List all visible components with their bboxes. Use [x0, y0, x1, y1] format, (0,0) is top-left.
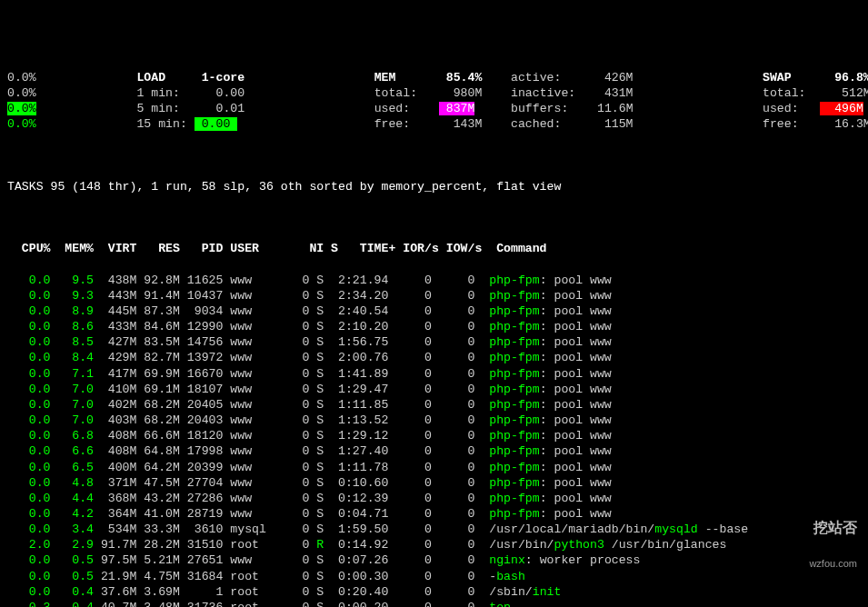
process-row: 0.0 6.5 400M 64.2M 20399 www 0 S 1:11.78…	[7, 460, 861, 475]
process-row: 0.0 0.5 21.9M 4.75M 31684 root 0 S 0:00.…	[7, 569, 861, 584]
process-row: 0.0 8.9 445M 87.3M 9034 www 0 S 2:40.54 …	[7, 304, 861, 319]
process-row: 0.0 6.6 408M 64.8M 17998 www 0 S 1:27.40…	[7, 443, 861, 459]
process-row: 0.3 0.4 40.7M 3.48M 31736 root 0 S 0:00.…	[7, 600, 861, 607]
watermark: 挖站否 wzfou.com	[809, 498, 857, 580]
process-table-header: CPU% MEM% VIRT RES PID USER NI S TIME+ I…	[7, 241, 861, 256]
process-row: 0.0 9.5 438M 92.8M 11625 www 0 S 2:21.94…	[7, 273, 861, 288]
process-table-body: 0.0 9.5 438M 92.8M 11625 www 0 S 2:21.94…	[7, 273, 861, 607]
process-row: 0.0 3.4 534M 33.3M 3610 mysql 0 S 1:59.5…	[7, 522, 861, 537]
process-row: 0.0 7.0 402M 68.2M 20405 www 0 S 1:11.85…	[7, 397, 861, 413]
tasks-summary: TASKS 95 (148 thr), 1 run, 58 slp, 36 ot…	[7, 179, 861, 194]
process-row: 0.0 9.3 443M 91.4M 10437 www 0 S 2:34.20…	[7, 288, 861, 304]
process-row: 0.0 4.8 371M 47.5M 27704 www 0 S 0:10.60…	[7, 475, 861, 491]
system-stats-header: 0.0% LOAD 1-core MEM 85.4% active: 426M …	[7, 70, 861, 133]
process-row: 2.0 2.9 91.7M 28.2M 31510 root 0 R 0:14.…	[7, 537, 861, 552]
process-row: 0.0 7.0 410M 69.1M 18107 www 0 S 1:29.47…	[7, 382, 861, 397]
process-row: 0.0 7.1 417M 69.9M 16670 www 0 S 1:41.89…	[7, 366, 861, 382]
process-row: 0.0 8.4 429M 82.7M 13972 www 0 S 2:00.76…	[7, 350, 861, 365]
process-row: 0.0 4.4 368M 43.2M 27286 www 0 S 0:12.39…	[7, 491, 861, 506]
process-row: 0.0 4.2 364M 41.0M 28719 www 0 S 0:04.71…	[7, 506, 861, 522]
process-row: 0.0 0.5 97.5M 5.21M 27651 www 0 S 0:07.2…	[7, 552, 861, 568]
process-row: 0.0 8.6 433M 84.6M 12990 www 0 S 2:10.20…	[7, 319, 861, 334]
process-row: 0.0 6.8 408M 66.6M 18120 www 0 S 1:29.12…	[7, 428, 861, 443]
process-row: 0.0 7.0 403M 68.2M 20403 www 0 S 1:13.52…	[7, 413, 861, 428]
process-row: 0.0 8.5 427M 83.5M 14756 www 0 S 1:56.75…	[7, 334, 861, 350]
process-row: 0.0 0.4 37.6M 3.69M 1 root 0 S 0:20.40 0…	[7, 584, 861, 600]
